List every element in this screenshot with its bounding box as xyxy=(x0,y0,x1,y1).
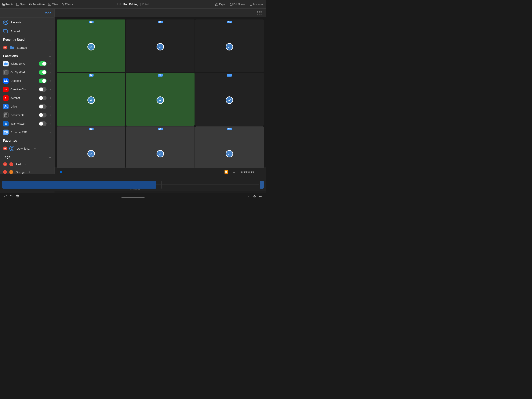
tag-red-remove-icon[interactable]: − xyxy=(3,162,7,166)
recently-used-header[interactable]: Recently Used ⌄ xyxy=(0,36,54,43)
nav-inspector[interactable]: Inspector xyxy=(249,3,264,6)
nav-effects[interactable]: Effects xyxy=(61,3,73,6)
timeline-menu-btn[interactable]: ☰ xyxy=(258,169,264,175)
menu-btn[interactable]: ⋯ xyxy=(259,194,262,198)
home-indicator xyxy=(121,197,145,198)
creative-cloud-toggle[interactable] xyxy=(39,87,47,92)
favorites-header[interactable]: Favorites ⌄ xyxy=(0,137,54,144)
acrobat-name: Acrobat xyxy=(11,97,37,100)
teamviewer-toggle[interactable] xyxy=(39,121,47,126)
documents-drag-handle: ≡ xyxy=(49,114,51,117)
tags-chevron: ⌄ xyxy=(49,155,51,159)
tags-orange-item[interactable]: − Orange ≡ xyxy=(0,168,54,174)
svg-point-59 xyxy=(230,153,231,153)
bottom-dock-bar: ↶ ↷ 🗑 ⌂ ⚙ ⋯ xyxy=(0,193,266,200)
picker-shared-item[interactable]: Shared xyxy=(0,27,54,36)
location-documents: Documents ≡ xyxy=(0,111,54,119)
drive-name: Drive xyxy=(11,105,37,108)
home-btn[interactable]: ⌂ xyxy=(248,194,250,198)
media-item[interactable]: 06 7/12/18 ↓ 756 KB xyxy=(126,19,194,72)
svg-text:Cc: Cc xyxy=(4,89,7,91)
tag-orange-drag-handle: ≡ xyxy=(28,170,30,174)
nav-export[interactable]: Export xyxy=(215,3,227,6)
storage-remove-icon: − xyxy=(3,45,7,50)
favorites-download-item[interactable]: − Downloa... ≡ xyxy=(0,144,54,153)
skip-forward-btn[interactable]: ⏩ xyxy=(223,169,229,175)
tag-red-label: Red xyxy=(16,163,21,166)
location-acrobat: A Acrobat ≡ xyxy=(0,94,54,102)
done-button[interactable]: Done xyxy=(44,11,51,15)
nav-titles[interactable]: T Titles xyxy=(48,3,58,6)
media-item[interactable]: 14 7/11/18 ↓ 14.8 MB xyxy=(57,73,125,125)
timeline-gap xyxy=(161,181,162,189)
svg-marker-23 xyxy=(4,81,6,82)
video-clip[interactable] xyxy=(2,181,156,189)
nav-transitions[interactable]: Transitions xyxy=(29,3,45,6)
top-nav-center: iPad Editing | Edited xyxy=(117,3,149,6)
nav-fullscreen[interactable]: Full Screen xyxy=(230,3,246,6)
teamviewer-drag-handle: ≡ xyxy=(49,122,51,125)
svg-rect-3 xyxy=(16,3,19,6)
separator: | xyxy=(140,3,141,6)
top-nav-left: Media Sync Transitions T Titles Effects xyxy=(2,3,73,6)
tag-orange-remove-icon[interactable]: − xyxy=(3,170,7,174)
tags-red-item[interactable]: − Red ≡ xyxy=(0,160,54,168)
file-picker-panel: Done Recents Shared Recently Used ⌄ − St… xyxy=(0,9,55,174)
toolbar-apps-grid[interactable] xyxy=(257,11,262,15)
picker-storage-item[interactable]: − Storage xyxy=(0,43,54,52)
media-item[interactable]: 15 7/13/18 ↓ 40.1 MB xyxy=(57,19,125,72)
ssd-icon xyxy=(3,129,9,135)
nav-sync[interactable]: Sync xyxy=(16,3,26,6)
svg-point-54 xyxy=(92,99,92,100)
documents-icon xyxy=(3,112,9,118)
undo-btn[interactable]: ↶ xyxy=(4,194,7,198)
location-creative-cloud: Cc Creative Clo... ≡ xyxy=(0,85,54,94)
drive-toggle[interactable] xyxy=(39,104,47,109)
ssd-drag-handle: ≡ xyxy=(49,131,51,134)
extreme-ssd-name: Extreme SSD xyxy=(11,131,47,134)
tag-orange-label: Orange xyxy=(16,170,25,174)
svg-point-55 xyxy=(161,99,161,100)
media-item[interactable]: 12 7/11/18 ↓ 338 KB xyxy=(195,73,264,125)
acrobat-icon: A xyxy=(3,95,9,101)
media-grid: 15 7/13/18 ↓ 40.1 MB 06 7/12/18 ↓ 756 KB… xyxy=(55,17,266,174)
storage-folder-icon xyxy=(9,45,14,50)
tags-title: Tags xyxy=(3,155,10,159)
clip-thumb[interactable] xyxy=(260,181,264,189)
redo-btn[interactable]: ↷ xyxy=(10,194,13,198)
documents-toggle[interactable] xyxy=(39,113,47,117)
downloads-remove-icon[interactable]: − xyxy=(3,147,7,150)
bottom-right-tools: ⌂ ⚙ ⋯ xyxy=(248,194,262,198)
locations-header[interactable]: Locations ⌄ xyxy=(0,52,54,59)
delete-btn[interactable]: 🗑 xyxy=(16,194,19,198)
teamviewer-name: TeamViewer xyxy=(11,122,37,125)
media-item[interactable]: 11 7/11/18 ↓ Waiting... xyxy=(57,126,125,174)
acrobat-toggle[interactable] xyxy=(39,96,47,100)
nav-dots xyxy=(117,4,121,5)
ipad-device-icon xyxy=(3,70,9,75)
media-item[interactable]: 13 7/11/18 ↓ Waiting... xyxy=(126,73,194,125)
media-item[interactable]: 10 7/11/18 ↓ 1.7 MB xyxy=(126,126,194,174)
ipad-toggle[interactable] xyxy=(39,70,47,75)
media-item[interactable]: 09 7/11/18 ↓ Waiting... xyxy=(195,126,264,174)
nav-media[interactable]: Media xyxy=(2,3,13,6)
drive-drag-handle: ≡ xyxy=(49,105,51,108)
tags-header[interactable]: Tags ⌄ xyxy=(0,153,54,160)
small-clip-tool[interactable] xyxy=(58,169,64,175)
media-item[interactable]: 01 7/12/18 ↓ 1 MB xyxy=(195,19,264,72)
bottom-left-tools: ↶ ↷ 🗑 xyxy=(4,194,19,198)
skip-back-btn[interactable]: ⏨ xyxy=(231,169,237,175)
svg-marker-7 xyxy=(31,3,32,6)
picker-recents-item[interactable]: Recents xyxy=(0,18,54,27)
shared-icon xyxy=(3,29,8,34)
icloud-toggle[interactable] xyxy=(39,61,47,66)
dropbox-toggle[interactable] xyxy=(39,78,47,83)
location-drive: Drive ≡ xyxy=(0,102,54,111)
recently-used-chevron: ⌄ xyxy=(49,38,51,41)
svg-marker-21 xyxy=(4,79,6,81)
settings-btn[interactable]: ⚙ xyxy=(253,194,256,198)
svg-rect-18 xyxy=(4,29,7,32)
app-title: iPad Editing xyxy=(123,3,139,6)
dropbox-icon xyxy=(3,78,9,84)
svg-point-52 xyxy=(161,45,161,46)
